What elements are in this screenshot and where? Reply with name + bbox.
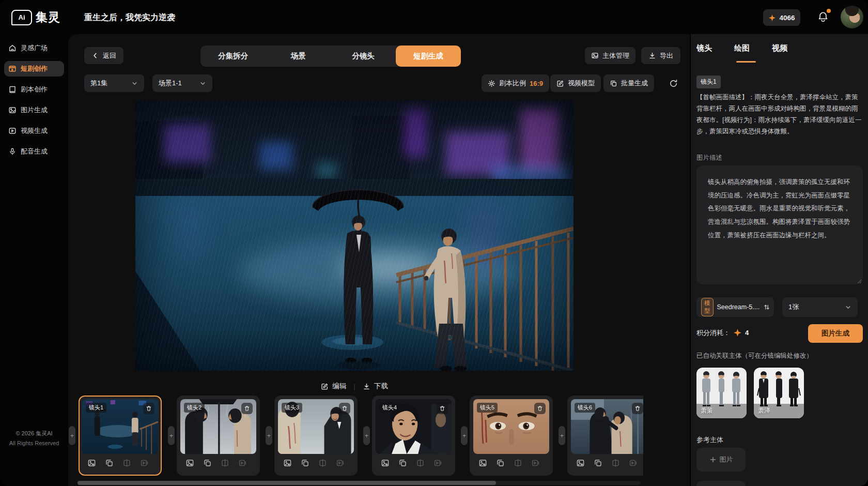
shot-strip: + 镜头1 bbox=[68, 396, 643, 478]
panel-tab-shot[interactable]: 镜头 bbox=[696, 43, 712, 53]
notification-bell-icon[interactable] bbox=[816, 10, 830, 24]
shot-preview-image[interactable] bbox=[135, 100, 574, 371]
insert-shot-button[interactable]: + bbox=[168, 426, 175, 445]
tab-scene[interactable]: 场景 bbox=[266, 45, 331, 67]
copy-shot-icon[interactable] bbox=[594, 459, 602, 467]
set-image-icon[interactable] bbox=[478, 459, 487, 467]
to-video-icon[interactable] bbox=[433, 459, 442, 467]
download-button[interactable]: 下载 bbox=[363, 382, 388, 391]
episode-select[interactable]: 第1集 bbox=[84, 74, 144, 92]
star-icon bbox=[768, 14, 776, 22]
panel-tab-draw[interactable]: 绘图 bbox=[734, 43, 750, 53]
shot-card-4[interactable]: 镜头4 bbox=[372, 396, 455, 476]
generate-image-label: 图片生成 bbox=[822, 329, 849, 338]
frame-icon[interactable] bbox=[122, 459, 131, 467]
app-window: Ai 集灵 灵感广场 短剧创作 剧本创作 图片生成 视频生成 bbox=[0, 0, 868, 486]
delete-shot-button[interactable] bbox=[241, 403, 253, 414]
frame-icon[interactable] bbox=[611, 459, 620, 467]
thumbnail-scrollbar-track[interactable] bbox=[78, 481, 641, 485]
script-ratio-button[interactable]: 剧本比例 16:9 bbox=[482, 74, 549, 92]
scene-select[interactable]: 场景1-1 bbox=[152, 74, 212, 92]
copy-shot-icon[interactable] bbox=[496, 459, 505, 467]
delete-shot-button[interactable] bbox=[534, 403, 546, 414]
model-select[interactable]: 模型 Seedream-5.... bbox=[696, 297, 774, 317]
generate-image-button[interactable]: 图片生成 bbox=[808, 324, 863, 343]
to-video-icon[interactable] bbox=[238, 459, 247, 467]
sidebar-item-short-drama[interactable]: 短剧创作 bbox=[4, 61, 64, 77]
insert-shot-button[interactable]: + bbox=[363, 426, 370, 445]
batch-generate-button[interactable]: 批量生成 bbox=[603, 74, 654, 92]
set-image-icon[interactable] bbox=[381, 459, 390, 467]
tab-short-drama-gen[interactable]: 短剧生成 bbox=[396, 45, 461, 67]
subject-name: 萧泽 bbox=[758, 406, 770, 415]
shot-card-3[interactable]: 镜头3 bbox=[274, 396, 358, 476]
set-image-icon[interactable] bbox=[185, 459, 194, 467]
set-image-icon[interactable] bbox=[87, 459, 96, 467]
shot-card-2[interactable]: 镜头2 bbox=[177, 396, 260, 476]
edit-button[interactable]: 编辑 bbox=[321, 382, 346, 391]
sidebar-item-script[interactable]: 剧本创作 bbox=[4, 82, 64, 97]
export-button[interactable]: 导出 bbox=[641, 47, 680, 64]
copy-shot-icon[interactable] bbox=[398, 459, 407, 467]
refresh-icon[interactable] bbox=[665, 75, 681, 91]
insert-shot-button[interactable]: + bbox=[69, 426, 75, 445]
delete-shot-button[interactable] bbox=[339, 403, 350, 414]
frame-icon[interactable] bbox=[416, 459, 425, 467]
rights-text: All Rights Reserved bbox=[0, 440, 68, 446]
tab-episode-split[interactable]: 分集拆分 bbox=[200, 45, 266, 67]
plus-icon: + bbox=[365, 432, 368, 439]
sidebar-item-voice-gen[interactable]: 配音生成 bbox=[4, 144, 64, 159]
to-video-icon[interactable] bbox=[336, 459, 345, 467]
image-count-select[interactable]: 1张 bbox=[782, 297, 858, 317]
panel-tabs: 镜头 绘图 视频 bbox=[696, 43, 787, 53]
subject-card-xiaoze[interactable]: 萧泽 bbox=[754, 368, 804, 418]
insert-shot-button[interactable]: + bbox=[266, 426, 272, 445]
shot-card-6[interactable]: 镜头6 bbox=[567, 396, 643, 476]
add-image-button[interactable]: 图片 bbox=[696, 448, 746, 472]
image-description-input[interactable]: 镜头从稍高的俯角拍摄，强调萧策的孤立无援和环境的压迫感。冷色调为主，霓虹光为画面… bbox=[696, 165, 863, 284]
delete-shot-button[interactable] bbox=[437, 403, 448, 414]
copy-shot-icon[interactable] bbox=[301, 459, 309, 467]
sidebar-nav: 灵感广场 短剧创作 剧本创作 图片生成 视频生成 配音生成 bbox=[4, 40, 64, 164]
chevron-left-icon bbox=[91, 52, 99, 59]
tab-storyboard[interactable]: 分镜头 bbox=[331, 45, 396, 67]
panel-tab-video[interactable]: 视频 bbox=[772, 43, 787, 53]
topbar: 重生之后，我凭实力逆袭 4066 bbox=[68, 0, 868, 34]
copy-shot-icon[interactable] bbox=[203, 459, 212, 467]
thumbnail-scrollbar-thumb[interactable] bbox=[78, 481, 496, 485]
to-video-icon[interactable] bbox=[140, 459, 149, 467]
subject-card-xiaoce[interactable]: 萧策 bbox=[696, 368, 747, 418]
delete-shot-button[interactable] bbox=[632, 403, 643, 414]
preview-actions: 编辑 | 下载 bbox=[135, 382, 574, 391]
copy-shot-icon[interactable] bbox=[105, 459, 114, 467]
insert-shot-button[interactable]: + bbox=[461, 426, 468, 445]
insert-shot-button[interactable]: + bbox=[559, 426, 565, 445]
shot-card-5[interactable]: 镜头5 bbox=[470, 396, 553, 476]
video-model-button[interactable]: 视频模型 bbox=[550, 74, 601, 92]
to-video-icon[interactable] bbox=[531, 459, 540, 467]
subject-manage-button[interactable]: 主体管理 bbox=[585, 47, 636, 64]
sidebar-item-label: 短剧创作 bbox=[21, 64, 48, 73]
sidebar-item-inspiration[interactable]: 灵感广场 bbox=[4, 40, 64, 56]
frame-icon[interactable] bbox=[318, 459, 327, 467]
sidebar-item-image-gen[interactable]: 图片生成 bbox=[4, 102, 64, 118]
frame-icon[interactable] bbox=[221, 459, 229, 467]
shot-label: 镜头4 bbox=[379, 403, 400, 413]
set-image-icon[interactable] bbox=[283, 459, 292, 467]
brand-logo[interactable]: Ai 集灵 bbox=[11, 9, 60, 25]
chevron-down-icon bbox=[199, 80, 206, 87]
set-image-icon[interactable] bbox=[576, 459, 585, 467]
delete-shot-button[interactable] bbox=[143, 403, 154, 414]
back-button[interactable]: 返回 bbox=[84, 47, 123, 64]
frame-icon[interactable] bbox=[514, 459, 522, 467]
home-icon bbox=[8, 44, 17, 52]
shot-card-1[interactable]: 镜头1 bbox=[79, 396, 162, 476]
user-avatar[interactable] bbox=[841, 6, 863, 28]
resize-grip-icon[interactable] bbox=[856, 278, 862, 284]
microphone-icon bbox=[8, 147, 17, 156]
trash-icon bbox=[146, 405, 152, 412]
to-video-icon[interactable] bbox=[629, 459, 638, 467]
credits-badge[interactable]: 4066 bbox=[763, 9, 800, 26]
sidebar-item-video-gen[interactable]: 视频生成 bbox=[4, 123, 64, 139]
add-subject-button-clipped[interactable] bbox=[696, 481, 746, 486]
